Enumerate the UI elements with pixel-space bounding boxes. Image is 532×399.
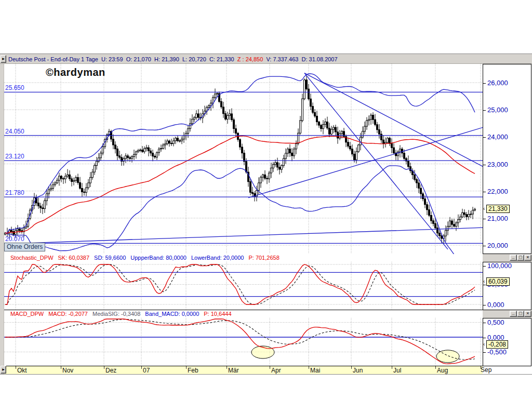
title-segment: U: 23:59 bbox=[101, 55, 126, 64]
month-label: Apr bbox=[271, 367, 281, 374]
stochastic-minimize-button[interactable]: _ bbox=[510, 255, 517, 261]
level-label: 23.120 bbox=[5, 153, 24, 160]
month-label: Okt bbox=[17, 367, 27, 374]
indicator-header-segment: UppperBand: 80,0000 bbox=[130, 254, 187, 262]
stochastic-axis-last-value-tag: 60,039 bbox=[486, 277, 510, 286]
macd-close-button[interactable]: × bbox=[524, 311, 531, 317]
title-segment: L: 20,720 bbox=[182, 55, 209, 64]
price-axis[interactable]: 26,00025,00024,00023,00022,00021,00020,0… bbox=[483, 64, 531, 254]
price-axis-label: 20,000 bbox=[487, 242, 508, 249]
price-axis-tick bbox=[483, 165, 486, 165]
macd-maximize-button[interactable]: □ bbox=[517, 311, 524, 317]
month-label: Mär bbox=[228, 367, 239, 374]
indicator-header-segment: MACD_DPW bbox=[10, 310, 44, 318]
level-label: 24.050 bbox=[5, 128, 24, 135]
stochastic-canvas[interactable] bbox=[4, 262, 483, 310]
month-tick bbox=[104, 366, 104, 369]
macd-axis-label: -0,500 bbox=[487, 348, 507, 356]
main-price-chart[interactable] bbox=[4, 64, 483, 255]
price-axis-tick bbox=[483, 110, 486, 111]
indicator-header-segment: SD: 59,6600 bbox=[94, 254, 126, 262]
indicator-header-segment: LowerBand: 20,0000 bbox=[191, 254, 244, 262]
level-label: 25.650 bbox=[5, 84, 24, 91]
indicator-header-segment: MediaSIG: -0,3408 bbox=[92, 310, 140, 318]
indicator-header-segment: MACD: -0,2077 bbox=[48, 310, 88, 318]
price-axis-label: 25,000 bbox=[487, 106, 508, 114]
macd-axis-last-value-tag: -0,208 bbox=[486, 340, 508, 349]
chart-title-bar[interactable]: ▶ Deutsche Post - End-of-Day 1 Tage U: 2… bbox=[0, 54, 532, 64]
title-segment: C: 21,330 bbox=[209, 55, 237, 64]
stochastic-axis-tick bbox=[483, 285, 486, 285]
month-label: Jul bbox=[393, 367, 401, 374]
month-label: 07 bbox=[143, 367, 150, 374]
macd-minimize-button[interactable]: _ bbox=[510, 311, 517, 317]
month-label: Dez bbox=[105, 367, 116, 374]
macd-axis-tick bbox=[483, 352, 486, 353]
watermark: ©hardyman bbox=[46, 66, 105, 78]
month-tick bbox=[435, 366, 436, 369]
indicator-header-segment: Band_MACD: 0,0000 bbox=[145, 310, 199, 318]
macd-axis-tick bbox=[483, 323, 486, 323]
stochastic-axis-tick bbox=[483, 266, 486, 267]
month-label-sep: Sep bbox=[481, 366, 491, 374]
titlebar-nav-button[interactable]: ▶ bbox=[1, 55, 6, 63]
price-axis-tick bbox=[483, 137, 486, 138]
month-tick bbox=[141, 366, 142, 369]
quote-summary: Deutsche Post - End-of-Day 1 Tage U: 23:… bbox=[8, 54, 338, 64]
orders-status-badge[interactable]: Ohne Orders bbox=[4, 243, 45, 251]
title-segment: O: 21,070 bbox=[126, 55, 154, 64]
price-axis-label: 26,000 bbox=[487, 79, 508, 87]
macd-axis[interactable]: 0,5000,000-0,500‹-0,208 bbox=[483, 318, 531, 366]
level-label: 21.780 bbox=[5, 189, 24, 196]
macd-axis-last-arrow: ‹ bbox=[483, 342, 485, 347]
indicator-header-segment: P: 10,6444 bbox=[204, 310, 231, 318]
stochastic-header: Stochastic_DPWSK: 60,0387SD: 59,6600Uppp… bbox=[4, 254, 483, 262]
month-tick bbox=[61, 366, 61, 369]
stochastic-close-button[interactable]: × bbox=[524, 255, 531, 261]
stochastic-chart[interactable] bbox=[4, 262, 483, 310]
stochastic-axis-label: 0,000 bbox=[487, 301, 504, 309]
month-tick bbox=[16, 366, 16, 369]
macd-header: MACD_DPWMACD: -0,2077MediaSIG: -0,3408Ba… bbox=[4, 310, 483, 318]
price-axis-tick bbox=[483, 219, 486, 219]
price-axis-tick bbox=[483, 246, 486, 246]
price-axis-last-arrow: ‹ bbox=[483, 206, 485, 211]
month-label: Nov bbox=[62, 367, 73, 374]
stochastic-maximize-button[interactable]: □ bbox=[517, 255, 524, 261]
month-tick bbox=[309, 366, 309, 369]
xaxis-nav-button[interactable]: ▶ bbox=[1, 366, 6, 374]
window-left-border bbox=[0, 54, 4, 374]
stochastic-axis-last-arrow: ‹ bbox=[483, 279, 485, 284]
title-segment: V: 7.337.463 bbox=[266, 55, 301, 64]
title-segment: H: 21,390 bbox=[154, 55, 182, 64]
price-axis-last-value-tag: 21,330 bbox=[486, 205, 510, 213]
macd-canvas[interactable] bbox=[4, 318, 483, 366]
title-segment: Deutsche Post - End-of-Day 1 Tage bbox=[8, 55, 101, 64]
level-label: 20.070 bbox=[5, 235, 24, 243]
month-tick bbox=[186, 366, 187, 369]
month-label: Jun bbox=[353, 367, 363, 374]
month-tick bbox=[227, 366, 227, 369]
month-label: Mai bbox=[310, 367, 320, 374]
price-axis-label: 24,000 bbox=[487, 133, 508, 141]
month-tick bbox=[392, 366, 392, 369]
price-axis-tick bbox=[483, 83, 486, 84]
time-axis[interactable]: OktNovDez07FebMärAprMaiJunJulAug bbox=[4, 366, 483, 374]
macd-axis-label: 0,500 bbox=[487, 318, 504, 326]
month-label: Feb bbox=[188, 367, 198, 374]
indicator-header-segment: P: 701,2658 bbox=[248, 254, 279, 262]
price-axis-label: 22,000 bbox=[487, 188, 508, 195]
price-axis-label: 21,000 bbox=[487, 215, 508, 222]
stochastic-axis-label: 100,000 bbox=[487, 262, 512, 270]
indicator-header-segment: Stochastic_DPW bbox=[10, 254, 54, 262]
month-tick bbox=[351, 366, 352, 369]
window-bottom-edge bbox=[0, 374, 532, 375]
stochastic-axis[interactable]: 100,00050,0000,000‹60,039 bbox=[483, 262, 531, 310]
candlestick-canvas[interactable] bbox=[4, 64, 483, 254]
macd-axis-tick bbox=[483, 338, 486, 338]
month-label: Aug bbox=[437, 367, 448, 374]
price-axis-label: 23,000 bbox=[487, 161, 508, 168]
month-tick bbox=[270, 366, 270, 369]
charting-app: ▶ Deutsche Post - End-of-Day 1 Tage U: 2… bbox=[0, 0, 532, 399]
macd-chart[interactable] bbox=[4, 318, 483, 366]
